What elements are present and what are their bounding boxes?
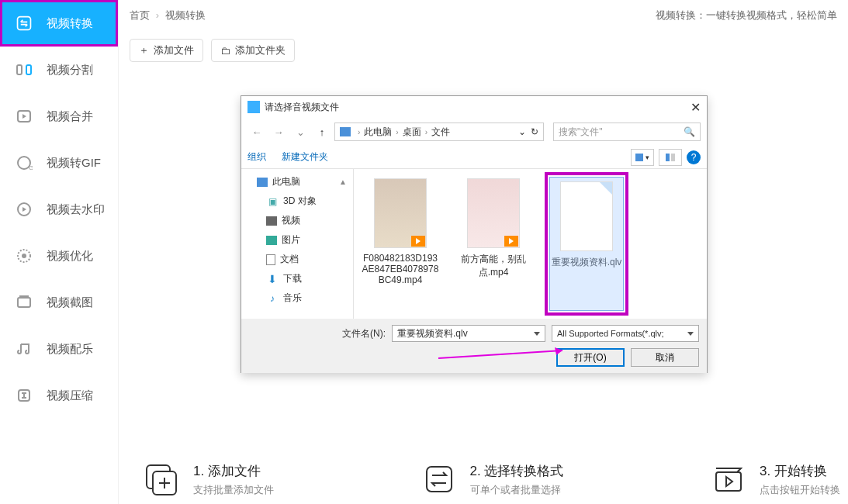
tree-item-music[interactable]: ♪音乐 [241, 288, 353, 308]
sidebar-item-label: 视频优化 [47, 249, 93, 264]
addr-dropdown-icon[interactable]: ⌄ [518, 126, 526, 137]
sidebar-item-label: 视频转GIF [47, 156, 101, 171]
breadcrumb-current: 视频转换 [165, 9, 206, 21]
step-desc: 点击按钮开始转换 [760, 483, 840, 497]
search-input[interactable]: 搜索"文件"🔍 [553, 123, 701, 141]
dialog-toolbar: 组织 新建文件夹 ▾ ? [241, 146, 707, 169]
breadcrumb-home[interactable]: 首页 [130, 9, 150, 21]
tree-item-downloads[interactable]: ⬇下载 [241, 269, 353, 288]
tree-item-video[interactable]: 视频 [241, 211, 353, 230]
svg-text:G: G [29, 164, 33, 171]
tree-item-3d[interactable]: ▣3D 对象 [241, 192, 353, 211]
cancel-button[interactable]: 取消 [631, 348, 699, 367]
optimize-icon [16, 247, 33, 264]
step-3: 3. 开始转换点击按钮开始转换 [708, 461, 840, 498]
svg-rect-0 [18, 17, 31, 30]
folder-icon: 🗀 [220, 45, 230, 57]
addr-seg[interactable]: 桌面 [403, 126, 421, 139]
svg-rect-14 [716, 472, 741, 491]
step-1: 1. 添加文件支持批量添加文件 [142, 461, 274, 498]
add-file-label: 添加文件 [154, 43, 194, 57]
addr-refresh-icon[interactable]: ↻ [531, 126, 538, 137]
merge-icon [16, 108, 33, 125]
file-thumbnail [374, 178, 427, 248]
preview-pane-button[interactable] [659, 149, 682, 166]
breadcrumb-left: 首页 › 视频转换 [130, 9, 206, 22]
convert-icon [16, 15, 33, 32]
nav-back-button[interactable]: ← [247, 123, 266, 141]
file-item-selected[interactable]: 重要视频资料.qlv [548, 175, 625, 312]
pc-icon [257, 178, 268, 187]
svg-rect-2 [26, 65, 31, 74]
view-mode-button[interactable]: ▾ [631, 149, 654, 166]
step-start-icon [708, 461, 749, 498]
search-icon: 🔍 [684, 126, 695, 137]
tree-item-pictures[interactable]: 图片 [241, 230, 353, 250]
file-dialog: 请选择音视频文件 ✕ ← → ⌄ ↑ ›此电脑 ›桌面 ›文件 ⌄↻ 搜索"文件… [241, 95, 708, 373]
tree-item-documents[interactable]: 文档 [241, 250, 353, 269]
format-filter-combo[interactable]: All Supported Formats(*.qlv; [552, 325, 699, 342]
chevron-down-icon [687, 332, 694, 336]
nav-recent-button[interactable]: ⌄ [291, 123, 310, 141]
file-item[interactable]: 前方高能，别乱点.mp4 [455, 175, 532, 312]
dialog-title-left: 请选择音视频文件 [247, 101, 339, 114]
sidebar-item-split[interactable]: 视频分割 [0, 47, 118, 93]
file-item[interactable]: F080482183D193AE847EB4078978BC49.mp4 [362, 175, 439, 312]
download-icon: ⬇ [266, 273, 279, 285]
film-icon [266, 216, 277, 226]
open-button[interactable]: 打开(O) [556, 348, 625, 367]
address-bar[interactable]: ›此电脑 ›桌面 ›文件 ⌄↻ [334, 123, 544, 141]
doc-icon [266, 254, 275, 265]
screenshot-icon [16, 294, 33, 311]
nav-up-button[interactable]: ↑ [313, 123, 331, 141]
sidebar-item-compress[interactable]: 视频压缩 [0, 372, 118, 419]
image-icon [266, 236, 277, 245]
file-name: 前方高能，别乱点.mp4 [455, 253, 532, 279]
new-folder-button[interactable]: 新建文件夹 [282, 150, 328, 164]
filename-combo[interactable]: 重要视频资料.qlv [392, 325, 545, 342]
nav-forward-button[interactable]: → [269, 123, 288, 141]
tree-root[interactable]: 此电脑 ▲ [241, 172, 353, 192]
sidebar-item-optimize[interactable]: 视频优化 [0, 233, 118, 279]
file-name: F080482183D193AE847EB4078978BC49.mp4 [362, 253, 439, 285]
breadcrumb-tagline: 视频转换：一键转换视频格式，轻松简单 [656, 9, 837, 22]
footer-steps: 1. 添加文件支持批量添加文件 2. 选择转换格式可单个或者批量选择 3. 开始… [142, 461, 840, 498]
close-icon[interactable]: ✕ [691, 100, 701, 115]
scroll-up-icon[interactable]: ▲ [339, 178, 347, 186]
sidebar-item-music[interactable]: 视频配乐 [0, 326, 118, 372]
add-folder-label: 添加文件夹 [235, 43, 286, 57]
search-placeholder: 搜索"文件" [559, 126, 603, 139]
sidebar-item-screenshot[interactable]: 视频截图 [0, 279, 118, 326]
compress-icon [16, 387, 33, 404]
folder-tree: 此电脑 ▲ ▣3D 对象 视频 图片 文档 ⬇下载 ♪音乐 [241, 169, 354, 319]
sidebar-item-watermark[interactable]: 视频去水印 [0, 186, 118, 233]
dialog-titlebar: 请选择音视频文件 ✕ [241, 96, 707, 118]
dialog-body: 此电脑 ▲ ▣3D 对象 视频 图片 文档 ⬇下载 ♪音乐 F080482183… [241, 169, 707, 319]
step-desc: 支持批量添加文件 [193, 483, 274, 497]
dialog-title: 请选择音视频文件 [265, 101, 339, 114]
file-thumbnail [560, 181, 613, 251]
svg-rect-13 [427, 467, 452, 492]
addr-seg[interactable]: 此电脑 [364, 126, 392, 139]
format-filter-value: All Supported Formats(*.qlv; [557, 329, 664, 338]
step-desc: 可单个或者批量选择 [470, 483, 564, 497]
addr-seg[interactable]: 文件 [431, 126, 450, 139]
main-toolbar: ＋添加文件 🗀添加文件夹 [119, 31, 848, 62]
tree-label: 视频 [282, 214, 300, 227]
add-file-button[interactable]: ＋添加文件 [130, 39, 203, 62]
tree-label: 音乐 [283, 292, 302, 305]
organize-menu[interactable]: 组织 [247, 150, 266, 164]
chevron-down-icon [534, 332, 540, 336]
svg-rect-1 [17, 65, 22, 74]
sidebar-item-gif[interactable]: G 视频转GIF [0, 140, 118, 186]
add-folder-button[interactable]: 🗀添加文件夹 [211, 39, 295, 62]
sidebar-item-merge[interactable]: 视频合并 [0, 93, 118, 140]
sidebar-item-convert[interactable]: 视频转换 [0, 0, 118, 47]
svg-rect-9 [18, 298, 30, 307]
dialog-nav: ← → ⌄ ↑ ›此电脑 ›桌面 ›文件 ⌄↻ 搜索"文件"🔍 [241, 118, 707, 146]
note-icon: ♪ [266, 292, 279, 305]
split-icon [16, 61, 33, 78]
sidebar-item-label: 视频转换 [47, 16, 93, 31]
app-icon [247, 101, 260, 113]
help-button[interactable]: ? [687, 150, 701, 164]
